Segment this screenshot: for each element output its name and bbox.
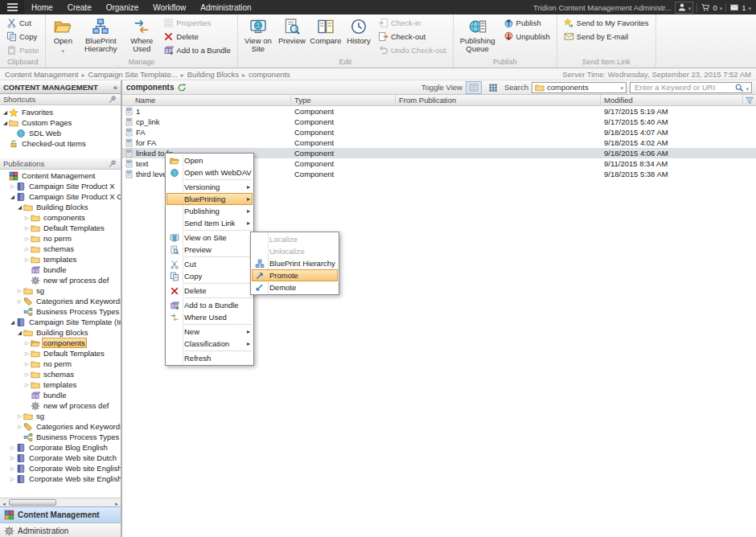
refresh-icon[interactable] [177,83,187,92]
tree-item[interactable]: components [0,212,121,223]
pin-icon[interactable] [108,159,117,169]
tree-item[interactable]: templates [0,254,121,264]
expand-arrow-icon[interactable] [23,382,31,388]
breadcrumb-item[interactable]: Building Blocks [178,70,239,79]
expand-arrow-icon[interactable] [23,361,31,367]
expand-arrow-icon[interactable] [2,109,9,116]
expand-arrow-icon[interactable] [9,319,16,326]
context-menu-item[interactable]: Classification [166,338,253,350]
history-button[interactable]: History [344,16,373,47]
magnifier-icon[interactable] [734,83,744,92]
context-menu-item[interactable]: Where Used [166,311,253,323]
check-out-button[interactable]: Check-out [375,30,450,43]
properties-button[interactable]: Properties [160,16,234,30]
collapse-panel-icon[interactable] [113,83,117,92]
shortcuts-section-header[interactable]: Shortcuts [0,94,121,105]
cut-button[interactable]: Cut [3,16,42,30]
topbar-menu-item[interactable]: Administration [193,0,258,14]
check-in-button[interactable]: Check-in [375,16,450,30]
expand-arrow-icon[interactable] [16,330,23,336]
blueprint-hierarchy-button[interactable]: BluePrint Hierarchy [78,16,123,55]
expand-arrow-icon[interactable] [16,413,23,420]
tree-item[interactable]: bundle [0,390,121,400]
open-button[interactable]: Open [49,16,76,57]
expand-arrow-icon[interactable] [23,246,31,252]
context-menu-item[interactable]: Copy [166,270,253,282]
expand-arrow-icon[interactable] [23,215,31,221]
tree-item[interactable]: Business Process Types [0,306,121,317]
expand-arrow-icon[interactable] [16,424,23,430]
tree-item[interactable]: Corporate Blog English [0,442,121,453]
context-menu-item[interactable]: Delete [166,285,253,297]
submenu-item[interactable]: BluePrint Hierarchy [252,257,338,269]
tree-item[interactable]: Categories and Keywords [0,296,121,306]
tree-item[interactable]: Business Process Types [0,432,121,442]
tree-item[interactable]: Categories and Keywords [0,421,121,432]
shortcut-item[interactable]: Checked-out Items [0,138,121,149]
tree-item[interactable]: Building Blocks [0,327,121,338]
add-to-bundle-button[interactable]: Add to a Bundle [160,43,234,57]
table-row[interactable]: for FA Component 9/18/2015 4:02 AM [122,137,756,148]
breadcrumb-item[interactable]: Content Management [5,70,78,79]
expand-arrow-icon[interactable] [9,465,16,472]
tree-item[interactable]: Corporate Web site English Uk... [0,473,121,484]
context-menu-item[interactable]: Send Item Link [166,217,253,229]
context-menu-item[interactable]: Open with WebDAV [166,166,253,178]
messages-counter-button[interactable]: 1 [729,2,751,12]
tree-item[interactable]: sg [0,411,121,421]
tree-item[interactable]: no perm [0,233,121,244]
context-menu-item[interactable]: View on Site [166,232,253,244]
tree-item[interactable]: no perm [0,359,121,369]
tree-item[interactable]: Campaign Site Product X Gerr... [0,191,121,202]
expand-arrow-icon[interactable] [16,288,23,294]
publish-queue-counter-button[interactable]: 0 [701,2,722,12]
context-menu-item[interactable]: Add to a Bundle [166,299,253,311]
expand-arrow-icon[interactable] [16,298,23,305]
table-row[interactable]: 1 Component 9/17/2015 5:19 AM [122,106,756,117]
tree-item[interactable]: bundle [0,264,121,275]
tree-item[interactable]: schemas [0,369,121,379]
view-on-site-button[interactable]: View on Site [241,16,275,55]
topbar-menu-item[interactable]: Create [60,0,99,14]
expand-arrow-icon[interactable] [16,204,23,211]
breadcrumb-item[interactable]: components [239,70,290,79]
tree-item[interactable]: Campaign Site Template (Inte... [0,317,121,327]
context-menu-item[interactable]: Versioning [166,181,253,193]
tree-item[interactable]: Building Blocks [0,202,121,212]
tree-item[interactable]: Corporate Web site Dutch [0,453,121,463]
tree-item[interactable]: Default Templates [0,348,121,359]
topbar-menu-item[interactable]: Workflow [146,0,193,14]
scrollbar-track[interactable] [8,499,113,506]
column-header-type[interactable]: Type [291,95,396,105]
table-row[interactable]: cp_link Component 9/17/2015 5:40 AM [122,117,756,127]
expand-arrow-icon[interactable] [23,340,31,346]
expand-arrow-icon[interactable] [23,350,31,357]
tree-item[interactable]: new wf process def [0,400,121,411]
where-used-button[interactable]: Where Used [125,16,158,55]
compare-button[interactable]: Compare [309,16,343,47]
expand-arrow-icon[interactable] [9,194,16,200]
submenu-item[interactable]: Localize [252,233,338,245]
tree-horizontal-scrollbar[interactable] [0,498,121,506]
shortcut-item[interactable]: Custom Pages [0,117,121,128]
context-menu-item[interactable]: Preview [166,244,253,256]
context-menu-item[interactable]: Cut [166,258,253,270]
publications-section-header[interactable]: Publications [0,158,121,170]
expand-arrow-icon[interactable] [23,236,31,242]
unpublish-button[interactable]: Unpublish [500,30,553,43]
submenu-item[interactable]: Unlocalize [252,245,338,257]
hamburger-menu-button[interactable] [0,0,24,14]
context-menu-item[interactable]: BluePrinting [166,193,253,205]
grid-view-button[interactable] [485,81,501,94]
tree-item[interactable]: Content Management [0,170,121,181]
undo-check-out-button[interactable]: Undo Check-out [375,43,450,57]
column-header-name[interactable]: Name [122,95,291,105]
copy-button[interactable]: Copy [3,30,42,43]
delete-button[interactable]: Delete [160,30,234,43]
tree-item[interactable]: Corporate Web site English (M [0,463,121,473]
expand-arrow-icon[interactable] [9,445,16,451]
paste-button[interactable]: Paste [3,43,42,57]
expand-arrow-icon[interactable] [9,455,16,461]
tree-item[interactable]: components [0,338,121,348]
pin-icon[interactable] [108,95,117,105]
